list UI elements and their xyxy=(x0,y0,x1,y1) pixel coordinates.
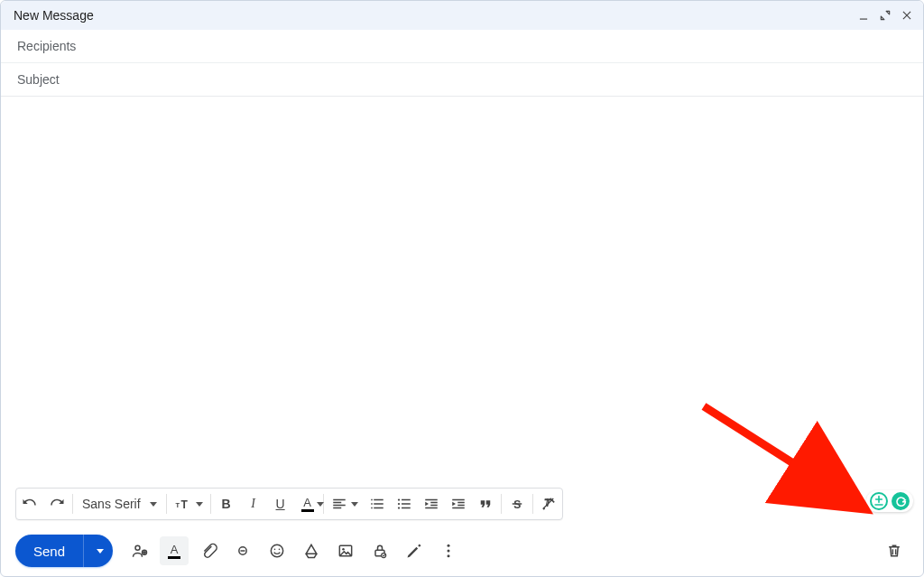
svg-point-11 xyxy=(271,544,282,556)
svg-point-3 xyxy=(397,498,399,500)
confidential-mode-icon[interactable] xyxy=(365,536,394,565)
font-family-label: Sans Serif xyxy=(82,497,141,511)
subject-input[interactable] xyxy=(15,71,909,88)
numbered-list-button[interactable] xyxy=(364,490,391,517)
chevron-down-icon xyxy=(150,502,157,507)
insert-emoji-icon[interactable] xyxy=(263,536,291,565)
svg-point-19 xyxy=(448,550,450,553)
close-icon[interactable] xyxy=(900,8,914,23)
send-button[interactable]: Send xyxy=(15,535,83,567)
insert-drive-icon[interactable] xyxy=(297,536,326,565)
extension-pill xyxy=(866,490,913,512)
svg-point-17 xyxy=(382,554,386,558)
text-format-shortcut-icon[interactable]: A xyxy=(160,536,189,565)
extension-add-icon[interactable] xyxy=(870,492,888,510)
minimize-icon[interactable] xyxy=(856,8,871,23)
bold-button[interactable]: B xyxy=(213,490,240,517)
send-options-button[interactable] xyxy=(83,535,113,567)
svg-point-12 xyxy=(274,549,276,551)
discard-draft-icon[interactable] xyxy=(880,536,909,565)
undo-button[interactable] xyxy=(16,490,43,517)
align-button[interactable] xyxy=(326,490,364,517)
quote-button[interactable] xyxy=(472,490,499,517)
strikethrough-button[interactable]: S xyxy=(504,490,531,517)
extension-grammarly-badge[interactable] xyxy=(892,492,910,510)
bulleted-list-button[interactable] xyxy=(391,490,418,517)
svg-point-20 xyxy=(448,554,450,557)
more-options-icon[interactable] xyxy=(434,536,463,565)
insert-link-icon[interactable] xyxy=(228,536,257,565)
subject-row[interactable] xyxy=(1,63,923,96)
svg-text:S: S xyxy=(513,498,521,511)
insert-signature-icon[interactable] xyxy=(400,536,429,565)
recipients-input[interactable] xyxy=(15,38,909,54)
send-split-button: Send xyxy=(15,535,113,567)
recipients-row[interactable] xyxy=(1,30,923,63)
message-body[interactable] xyxy=(1,97,923,488)
suggest-recipients-icon[interactable] xyxy=(125,536,154,565)
underline-button[interactable]: U xyxy=(267,490,294,517)
svg-point-4 xyxy=(397,503,399,505)
compose-window: New Message xyxy=(0,0,924,577)
text-color-button[interactable]: A xyxy=(294,490,321,517)
svg-rect-0 xyxy=(860,19,867,20)
font-size-button[interactable]: TT xyxy=(169,490,208,517)
redo-button[interactable] xyxy=(43,490,70,517)
indent-less-button[interactable] xyxy=(418,490,445,517)
send-label: Send xyxy=(33,544,65,559)
header-fields xyxy=(1,30,923,97)
remove-formatting-button[interactable]: T xyxy=(535,490,562,517)
indent-more-button[interactable] xyxy=(445,490,472,517)
formatting-toolbar: Sans Serif TT B I U A xyxy=(15,488,563,520)
svg-point-18 xyxy=(448,544,450,547)
pop-out-icon[interactable] xyxy=(878,8,892,23)
svg-text:T: T xyxy=(175,501,180,509)
compose-action-icons: A xyxy=(125,536,463,565)
svg-point-5 xyxy=(397,507,399,508)
chevron-down-icon xyxy=(97,549,104,554)
italic-button[interactable]: I xyxy=(240,490,267,517)
svg-text:T: T xyxy=(180,498,188,511)
title-bar: New Message xyxy=(1,1,923,30)
svg-point-15 xyxy=(342,548,345,551)
window-title: New Message xyxy=(14,8,94,23)
chevron-down-icon xyxy=(317,502,324,507)
svg-point-13 xyxy=(279,549,281,551)
chevron-down-icon xyxy=(351,502,358,507)
chevron-down-icon xyxy=(196,502,203,507)
attach-file-icon[interactable] xyxy=(194,536,223,565)
insert-photo-icon[interactable] xyxy=(331,536,360,565)
bottom-bar: Send A xyxy=(1,526,923,576)
svg-point-9 xyxy=(135,545,140,550)
font-family-select[interactable]: Sans Serif xyxy=(75,490,164,517)
